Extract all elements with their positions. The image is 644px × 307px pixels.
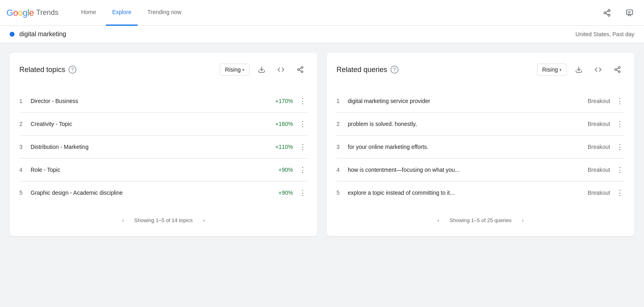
header: Google Trends Home Explore Trending now bbox=[0, 0, 644, 26]
right-prev-button[interactable]: ‹ bbox=[432, 214, 445, 227]
right-pagination: ‹ Showing 1–5 of 25 queries › bbox=[336, 214, 625, 227]
left-embed-button[interactable] bbox=[274, 62, 288, 77]
query-value-5: Breakout bbox=[588, 190, 610, 196]
embed-icon bbox=[277, 66, 285, 73]
search-term-text: digital marketing bbox=[19, 31, 66, 38]
nav-explore[interactable]: Explore bbox=[106, 0, 138, 26]
topic-menu-4[interactable]: ⋮ bbox=[298, 165, 308, 175]
query-menu-3[interactable]: ⋮ bbox=[615, 142, 625, 152]
download-icon bbox=[258, 66, 265, 73]
query-text-2[interactable]: problem is solved. honestly, bbox=[348, 121, 588, 127]
svg-line-19 bbox=[616, 68, 618, 69]
topic-item-5: 5 Graphic design - Academic discipline +… bbox=[19, 181, 308, 204]
share-icon bbox=[603, 9, 611, 17]
query-value-1: Breakout bbox=[588, 98, 610, 104]
feedback-button[interactable] bbox=[621, 5, 638, 21]
query-number-2: 2 bbox=[336, 121, 348, 127]
svg-line-13 bbox=[299, 68, 301, 69]
nav-trending[interactable]: Trending now bbox=[141, 0, 188, 26]
share-button[interactable] bbox=[599, 5, 615, 21]
left-pagination-text: Showing 1–5 of 14 topics bbox=[134, 217, 192, 223]
query-text-1[interactable]: digital marketing service provider bbox=[348, 98, 588, 104]
related-topics-title: Related topics bbox=[19, 66, 65, 74]
topic-text-2[interactable]: Creativity - Topic bbox=[31, 121, 275, 127]
topic-text-1[interactable]: Director - Business bbox=[31, 98, 275, 104]
svg-line-12 bbox=[299, 70, 301, 71]
right-embed-button[interactable] bbox=[591, 62, 605, 77]
related-topics-list: 1 Director - Business +170% ⋮ 2 Creativi… bbox=[19, 90, 308, 204]
topic-value-3: +110% bbox=[275, 144, 293, 150]
query-value-4: Breakout bbox=[588, 167, 610, 173]
main-nav: Home Explore Trending now bbox=[74, 0, 599, 26]
right-card-controls: Rising ▾ bbox=[537, 62, 625, 77]
left-dropdown-arrow: ▾ bbox=[242, 68, 244, 72]
query-menu-5[interactable]: ⋮ bbox=[615, 188, 625, 198]
topic-menu-2[interactable]: ⋮ bbox=[298, 119, 308, 129]
related-queries-title: Related queries bbox=[336, 66, 387, 74]
right-rising-dropdown[interactable]: Rising ▾ bbox=[537, 64, 567, 76]
topic-number-5: 5 bbox=[19, 190, 31, 196]
main-content: Related topics ? Rising ▾ bbox=[0, 43, 644, 246]
trends-logo-text: Trends bbox=[36, 8, 58, 17]
feedback-icon bbox=[625, 9, 634, 17]
query-item-2: 2 problem is solved. honestly, Breakout … bbox=[336, 113, 625, 136]
query-item-3: 3 for your online marketing efforts. Bre… bbox=[336, 136, 625, 159]
query-text-4[interactable]: how is contentment—focusing on what you.… bbox=[348, 167, 588, 173]
topic-text-4[interactable]: Role - Topic bbox=[31, 167, 279, 173]
topic-text-5[interactable]: Graphic design - Academic discipline bbox=[31, 190, 279, 196]
query-value-3: Breakout bbox=[588, 144, 610, 150]
topic-number-4: 4 bbox=[19, 167, 31, 173]
right-embed-icon bbox=[594, 66, 602, 73]
topic-menu-1[interactable]: ⋮ bbox=[298, 96, 308, 106]
topic-value-1: +170% bbox=[275, 98, 293, 104]
left-card-header: Related topics ? Rising ▾ bbox=[19, 62, 308, 77]
left-rising-dropdown[interactable]: Rising ▾ bbox=[220, 64, 250, 76]
query-menu-1[interactable]: ⋮ bbox=[615, 96, 625, 106]
google-logo: Google bbox=[6, 8, 34, 18]
topic-text-3[interactable]: Distribution - Marketing bbox=[31, 144, 275, 150]
left-card-controls: Rising ▾ bbox=[220, 62, 308, 77]
right-share-button[interactable] bbox=[610, 62, 625, 77]
query-number-1: 1 bbox=[336, 98, 348, 104]
topic-number-1: 1 bbox=[19, 98, 31, 104]
related-topics-help[interactable]: ? bbox=[68, 66, 76, 74]
topic-item-2: 2 Creativity - Topic +160% ⋮ bbox=[19, 113, 308, 136]
left-card-title-area: Related topics ? bbox=[19, 66, 76, 74]
right-dropdown-arrow: ▾ bbox=[559, 68, 561, 72]
left-share-button[interactable] bbox=[293, 62, 308, 77]
query-menu-4[interactable]: ⋮ bbox=[615, 165, 625, 175]
left-prev-button[interactable]: ‹ bbox=[116, 214, 129, 227]
search-dot bbox=[10, 32, 14, 37]
nav-home[interactable]: Home bbox=[74, 0, 102, 26]
search-location: United States, Past day bbox=[576, 31, 634, 37]
related-queries-card: Related queries ? Rising ▾ bbox=[327, 53, 634, 236]
left-download-button[interactable] bbox=[254, 62, 269, 77]
right-pagination-text: Showing 1–5 of 25 queries bbox=[450, 217, 512, 223]
topic-number-3: 3 bbox=[19, 144, 31, 150]
query-value-2: Breakout bbox=[588, 121, 610, 127]
topic-menu-3[interactable]: ⋮ bbox=[298, 142, 308, 152]
right-next-button[interactable]: › bbox=[516, 214, 529, 227]
left-pagination: ‹ Showing 1–5 of 14 topics › bbox=[19, 214, 308, 227]
query-item-1: 1 digital marketing service provider Bre… bbox=[336, 90, 625, 113]
query-text-5[interactable]: explore a topic instead of committing to… bbox=[348, 190, 588, 196]
topic-menu-5[interactable]: ⋮ bbox=[298, 188, 308, 198]
search-bar: digital marketing United States, Past da… bbox=[0, 26, 644, 43]
topic-value-5: +90% bbox=[279, 190, 293, 196]
query-item-4: 4 how is contentment—focusing on what yo… bbox=[336, 159, 625, 181]
right-download-button[interactable] bbox=[572, 62, 586, 77]
topic-value-4: +90% bbox=[279, 167, 293, 173]
related-queries-list: 1 digital marketing service provider Bre… bbox=[336, 90, 625, 204]
query-number-4: 4 bbox=[336, 167, 348, 173]
query-text-3[interactable]: for your online marketing efforts. bbox=[348, 144, 588, 150]
topic-number-2: 2 bbox=[19, 121, 31, 127]
left-next-button[interactable]: › bbox=[198, 214, 211, 227]
query-menu-2[interactable]: ⋮ bbox=[615, 119, 625, 129]
right-download-icon bbox=[575, 66, 582, 73]
logo: Google Trends bbox=[6, 8, 58, 18]
topic-item-3: 3 Distribution - Marketing +110% ⋮ bbox=[19, 136, 308, 159]
topic-item-4: 4 Role - Topic +90% ⋮ bbox=[19, 159, 308, 181]
header-actions bbox=[599, 5, 638, 21]
related-queries-help[interactable]: ? bbox=[390, 66, 398, 74]
svg-line-3 bbox=[606, 13, 608, 14]
